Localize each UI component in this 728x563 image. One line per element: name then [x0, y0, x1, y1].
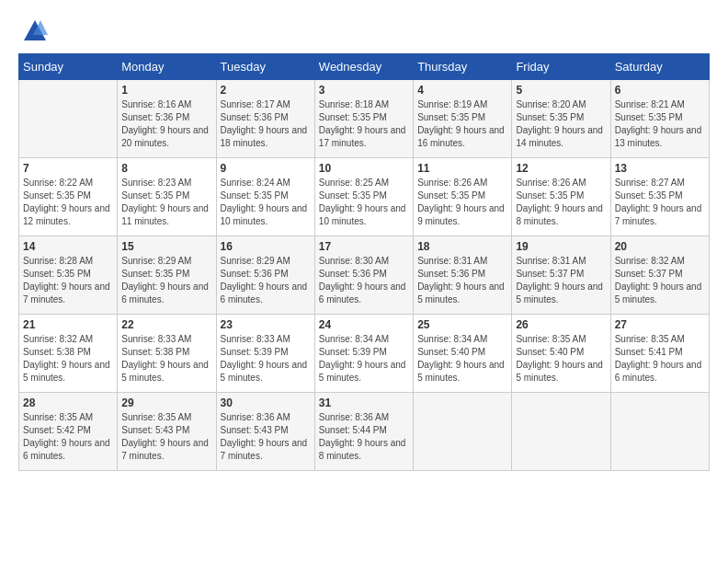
day-number: 25: [417, 318, 507, 331]
calendar-cell: 10Sunrise: 8:25 AMSunset: 5:35 PMDayligh…: [314, 158, 413, 236]
calendar-cell: 28Sunrise: 8:35 AMSunset: 5:42 PMDayligh…: [19, 393, 118, 471]
weekday-header-thursday: Thursday: [414, 54, 512, 80]
day-info: Sunrise: 8:26 AMSunset: 5:35 PMDaylight:…: [417, 177, 507, 228]
calendar-cell: 6Sunrise: 8:21 AMSunset: 5:35 PMDaylight…: [610, 80, 709, 158]
day-info: Sunrise: 8:36 AMSunset: 5:44 PMDaylight:…: [319, 411, 409, 463]
calendar-cell: [512, 393, 610, 471]
day-info: Sunrise: 8:23 AMSunset: 5:35 PMDaylight:…: [121, 177, 211, 228]
calendar-cell: 18Sunrise: 8:31 AMSunset: 5:36 PMDayligh…: [414, 236, 512, 315]
calendar-cell: 29Sunrise: 8:35 AMSunset: 5:43 PMDayligh…: [118, 393, 216, 471]
day-info: Sunrise: 8:31 AMSunset: 5:36 PMDaylight:…: [417, 255, 507, 306]
day-info: Sunrise: 8:32 AMSunset: 5:38 PMDaylight:…: [23, 333, 113, 385]
day-info: Sunrise: 8:32 AMSunset: 5:37 PMDaylight:…: [615, 255, 705, 306]
calendar-cell: 22Sunrise: 8:33 AMSunset: 5:38 PMDayligh…: [118, 315, 216, 393]
calendar-cell: 4Sunrise: 8:19 AMSunset: 5:35 PMDaylight…: [414, 80, 512, 158]
day-number: 3: [319, 84, 409, 97]
day-info: Sunrise: 8:33 AMSunset: 5:39 PMDaylight:…: [221, 333, 311, 385]
day-info: Sunrise: 8:18 AMSunset: 5:35 PMDaylight:…: [319, 98, 409, 150]
weekday-header-wednesday: Wednesday: [314, 54, 413, 80]
calendar-cell: 21Sunrise: 8:32 AMSunset: 5:38 PMDayligh…: [19, 315, 118, 393]
day-info: Sunrise: 8:24 AMSunset: 5:35 PMDaylight:…: [221, 177, 311, 228]
calendar-cell: 15Sunrise: 8:29 AMSunset: 5:35 PMDayligh…: [118, 236, 216, 315]
calendar-cell: 7Sunrise: 8:22 AMSunset: 5:35 PMDaylight…: [19, 158, 118, 236]
day-number: 12: [516, 162, 606, 175]
day-info: Sunrise: 8:29 AMSunset: 5:36 PMDaylight:…: [221, 255, 311, 306]
weekday-header-saturday: Saturday: [610, 54, 709, 80]
calendar-body: 1Sunrise: 8:16 AMSunset: 5:36 PMDaylight…: [19, 80, 710, 471]
day-info: Sunrise: 8:34 AMSunset: 5:39 PMDaylight:…: [319, 333, 409, 385]
day-info: Sunrise: 8:25 AMSunset: 5:35 PMDaylight:…: [319, 177, 409, 228]
calendar-week-row: 14Sunrise: 8:28 AMSunset: 5:35 PMDayligh…: [19, 236, 710, 315]
day-number: 14: [23, 240, 113, 253]
calendar-week-row: 28Sunrise: 8:35 AMSunset: 5:42 PMDayligh…: [19, 393, 710, 471]
calendar-cell: 19Sunrise: 8:31 AMSunset: 5:37 PMDayligh…: [512, 236, 610, 315]
day-number: 26: [516, 318, 606, 331]
day-number: 9: [221, 162, 311, 175]
day-number: 17: [319, 240, 409, 253]
day-number: 24: [319, 318, 409, 331]
calendar-cell: [414, 393, 512, 471]
day-number: 4: [417, 84, 507, 97]
calendar-cell: 27Sunrise: 8:35 AMSunset: 5:41 PMDayligh…: [610, 315, 709, 393]
day-info: Sunrise: 8:27 AMSunset: 5:35 PMDaylight:…: [615, 177, 705, 228]
calendar-cell: 3Sunrise: 8:18 AMSunset: 5:35 PMDaylight…: [314, 80, 413, 158]
logo: [18, 18, 48, 44]
day-number: 7: [23, 162, 113, 175]
weekday-header-sunday: Sunday: [19, 54, 118, 80]
calendar-cell: 16Sunrise: 8:29 AMSunset: 5:36 PMDayligh…: [216, 236, 314, 315]
day-info: Sunrise: 8:21 AMSunset: 5:35 PMDaylight:…: [615, 98, 705, 150]
calendar-cell: 26Sunrise: 8:35 AMSunset: 5:40 PMDayligh…: [512, 315, 610, 393]
day-number: 5: [516, 84, 606, 97]
calendar-cell: 31Sunrise: 8:36 AMSunset: 5:44 PMDayligh…: [314, 393, 413, 471]
day-number: 31: [319, 396, 409, 409]
day-info: Sunrise: 8:33 AMSunset: 5:38 PMDaylight:…: [121, 333, 211, 385]
calendar-cell: 1Sunrise: 8:16 AMSunset: 5:36 PMDaylight…: [118, 80, 216, 158]
calendar-cell: 17Sunrise: 8:30 AMSunset: 5:36 PMDayligh…: [314, 236, 413, 315]
weekday-header-row: SundayMondayTuesdayWednesdayThursdayFrid…: [19, 54, 710, 80]
day-info: Sunrise: 8:35 AMSunset: 5:42 PMDaylight:…: [23, 411, 113, 463]
day-number: 2: [221, 84, 311, 97]
day-number: 10: [319, 162, 409, 175]
day-number: 30: [221, 396, 311, 409]
calendar-table: SundayMondayTuesdayWednesdayThursdayFrid…: [18, 53, 710, 471]
day-number: 1: [121, 84, 211, 97]
calendar-cell: [19, 80, 118, 158]
day-number: 8: [121, 162, 211, 175]
day-info: Sunrise: 8:35 AMSunset: 5:41 PMDaylight:…: [615, 333, 705, 385]
calendar-cell: 20Sunrise: 8:32 AMSunset: 5:37 PMDayligh…: [610, 236, 709, 315]
calendar-cell: 24Sunrise: 8:34 AMSunset: 5:39 PMDayligh…: [314, 315, 413, 393]
calendar-cell: [610, 393, 709, 471]
day-number: 27: [615, 318, 705, 331]
calendar-cell: 23Sunrise: 8:33 AMSunset: 5:39 PMDayligh…: [216, 315, 314, 393]
day-info: Sunrise: 8:35 AMSunset: 5:40 PMDaylight:…: [516, 333, 606, 385]
logo-icon: [22, 18, 48, 44]
calendar-cell: 13Sunrise: 8:27 AMSunset: 5:35 PMDayligh…: [610, 158, 709, 236]
day-number: 20: [615, 240, 705, 253]
calendar-cell: 30Sunrise: 8:36 AMSunset: 5:43 PMDayligh…: [216, 393, 314, 471]
day-info: Sunrise: 8:26 AMSunset: 5:35 PMDaylight:…: [516, 177, 606, 228]
day-info: Sunrise: 8:35 AMSunset: 5:43 PMDaylight:…: [121, 411, 211, 463]
calendar-cell: 25Sunrise: 8:34 AMSunset: 5:40 PMDayligh…: [414, 315, 512, 393]
day-info: Sunrise: 8:34 AMSunset: 5:40 PMDaylight:…: [417, 333, 507, 385]
day-number: 15: [121, 240, 211, 253]
calendar-cell: 12Sunrise: 8:26 AMSunset: 5:35 PMDayligh…: [512, 158, 610, 236]
calendar-cell: 5Sunrise: 8:20 AMSunset: 5:35 PMDaylight…: [512, 80, 610, 158]
calendar-cell: 14Sunrise: 8:28 AMSunset: 5:35 PMDayligh…: [19, 236, 118, 315]
calendar-week-row: 21Sunrise: 8:32 AMSunset: 5:38 PMDayligh…: [19, 315, 710, 393]
day-info: Sunrise: 8:20 AMSunset: 5:35 PMDaylight:…: [516, 98, 606, 150]
calendar-week-row: 7Sunrise: 8:22 AMSunset: 5:35 PMDaylight…: [19, 158, 710, 236]
day-info: Sunrise: 8:30 AMSunset: 5:36 PMDaylight:…: [319, 255, 409, 306]
calendar-cell: 9Sunrise: 8:24 AMSunset: 5:35 PMDaylight…: [216, 158, 314, 236]
day-info: Sunrise: 8:22 AMSunset: 5:35 PMDaylight:…: [23, 177, 113, 228]
day-info: Sunrise: 8:36 AMSunset: 5:43 PMDaylight:…: [221, 411, 311, 463]
day-number: 18: [417, 240, 507, 253]
calendar-cell: 8Sunrise: 8:23 AMSunset: 5:35 PMDaylight…: [118, 158, 216, 236]
weekday-header-monday: Monday: [118, 54, 216, 80]
calendar-cell: 11Sunrise: 8:26 AMSunset: 5:35 PMDayligh…: [414, 158, 512, 236]
day-number: 23: [221, 318, 311, 331]
calendar-cell: 2Sunrise: 8:17 AMSunset: 5:36 PMDaylight…: [216, 80, 314, 158]
day-info: Sunrise: 8:29 AMSunset: 5:35 PMDaylight:…: [121, 255, 211, 306]
day-number: 6: [615, 84, 705, 97]
day-info: Sunrise: 8:16 AMSunset: 5:36 PMDaylight:…: [121, 98, 211, 150]
page-header: [18, 18, 710, 44]
